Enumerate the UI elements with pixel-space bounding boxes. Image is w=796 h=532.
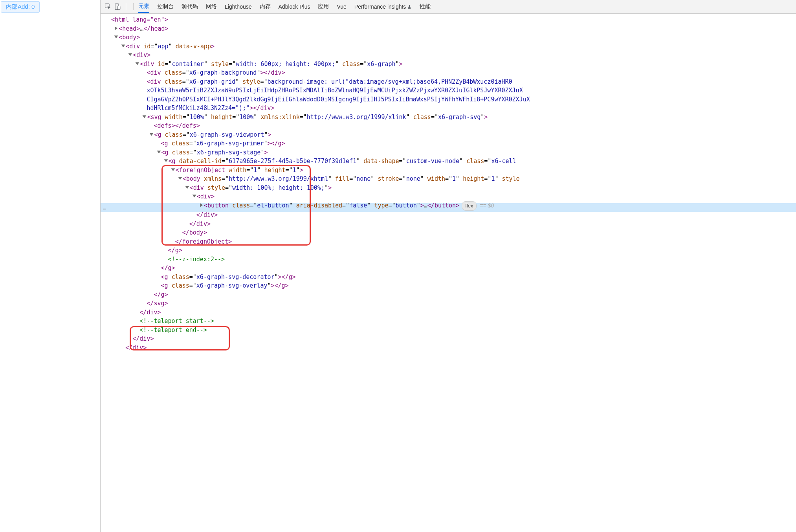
tab-application[interactable]: 应用 — [318, 1, 329, 13]
collapse-icon[interactable] — [185, 186, 189, 189]
dom-line[interactable]: <!--teleport end--> — [101, 326, 796, 335]
dom-line[interactable]: <body> — [101, 33, 796, 42]
dom-line[interactable]: <g class="x6-graph-svg-decorator"></g> — [101, 273, 796, 282]
toolbar-separator — [133, 3, 134, 10]
dom-line[interactable]: <div class="x6-graph-background"></div> — [101, 68, 796, 77]
expand-icon[interactable] — [200, 203, 203, 207]
dom-line[interactable]: </div> — [101, 334, 796, 343]
dom-line[interactable]: </div> — [101, 220, 796, 229]
dom-line[interactable]: <foreignObject width="1" height="1"> — [101, 166, 796, 175]
tab-console[interactable]: 控制台 — [157, 1, 174, 13]
toolbar-separator — [126, 3, 126, 10]
selected-line-gutter: … — [103, 203, 106, 212]
dom-line[interactable]: <html lang="en"> — [101, 15, 796, 24]
collapse-icon[interactable] — [121, 44, 125, 47]
dom-line[interactable]: <div id="container" style="width: 600px;… — [101, 60, 796, 69]
collapse-icon[interactable] — [143, 115, 147, 118]
collapse-icon[interactable] — [114, 36, 118, 39]
dom-line[interactable]: </div> — [101, 343, 796, 352]
dom-line[interactable]: <g class="x6-graph-svg-viewport"> — [101, 130, 796, 139]
inspect-icon[interactable] — [105, 3, 112, 10]
collapse-icon[interactable] — [150, 133, 154, 136]
page-preview-pane: 内部Add: 0 — [0, 0, 101, 532]
dom-line[interactable]: </div> — [101, 308, 796, 317]
dom-line[interactable]: <defs></defs> — [101, 121, 796, 130]
tab-performance[interactable]: 性能 — [420, 1, 431, 13]
dom-line[interactable]: </svg> — [101, 299, 796, 308]
dom-line[interactable]: <body xmlns="http://www.w3.org/1999/xhtm… — [101, 174, 796, 183]
tab-memory[interactable]: 内存 — [260, 1, 271, 13]
dom-line[interactable]: <div class="x6-graph-grid" style="backgr… — [101, 77, 796, 86]
devtools-panel: 元素 控制台 源代码 网络 Lighthouse 内存 Adblock Plus… — [101, 0, 796, 532]
dom-line[interactable]: <g class="x6-graph-svg-overlay"></g> — [101, 281, 796, 290]
dom-line[interactable]: <g class="x6-graph-svg-stage"> — [101, 148, 796, 157]
tab-elements[interactable]: 元素 — [138, 0, 149, 13]
dom-line[interactable]: <svg width="100%" height="100%" xmlns:xl… — [101, 113, 796, 122]
tab-lighthouse[interactable]: Lighthouse — [225, 1, 252, 12]
collapse-icon[interactable] — [171, 168, 175, 171]
dom-line[interactable]: </g> — [101, 264, 796, 273]
dom-line[interactable]: </g> — [101, 290, 796, 299]
devtools-toolbar: 元素 控制台 源代码 网络 Lighthouse 内存 Adblock Plus… — [101, 0, 796, 14]
devtools-tabs: 元素 控制台 源代码 网络 Lighthouse 内存 Adblock Plus… — [138, 0, 431, 13]
collapse-icon[interactable] — [128, 53, 132, 56]
collapse-icon[interactable] — [164, 160, 168, 162]
dom-tree[interactable]: … <html lang="en"> <head>…</head> <body>… — [101, 14, 796, 532]
dom-line[interactable]: <head>…</head> — [101, 24, 796, 33]
dom-line[interactable]: hdHRlcm5fMCkiLz48L3N2Zz4=");"></div> — [101, 104, 796, 113]
dom-line[interactable]: <button class="el-button" aria-disabled=… — [101, 201, 796, 211]
dom-line[interactable]: <g data-cell-id="617a965e-275f-4d5a-b5be… — [101, 157, 796, 166]
dom-line[interactable]: </body> — [101, 228, 796, 237]
dom-line[interactable]: <div id="app" data-v-app> — [101, 42, 796, 51]
dom-line[interactable]: </div> — [101, 211, 796, 220]
collapse-icon[interactable] — [178, 177, 182, 180]
svg-rect-2 — [118, 6, 120, 10]
dom-line[interactable]: xOTk5L3hsaW5rIiB2ZXJzaW9uPSIxLjEiIHdpZHR… — [101, 86, 796, 95]
expand-icon[interactable] — [115, 26, 117, 30]
dom-line[interactable]: <!--teleport start--> — [101, 317, 796, 326]
dom-line[interactable]: <div> — [101, 192, 796, 201]
dom-line[interactable]: <div style="width: 100%; height: 100%;"> — [101, 183, 796, 193]
dom-line[interactable]: </g> — [101, 246, 796, 255]
device-toggle-icon[interactable] — [114, 3, 121, 10]
dom-line[interactable]: <!--z-index:2--> — [101, 255, 796, 264]
tab-performance-insights[interactable]: Performance insights — [354, 1, 412, 12]
tab-sources[interactable]: 源代码 — [182, 1, 198, 13]
collapse-icon[interactable] — [157, 150, 161, 153]
dom-line[interactable]: <div> — [101, 51, 796, 60]
collapse-icon[interactable] — [136, 62, 139, 65]
tab-adblock[interactable]: Adblock Plus — [279, 1, 310, 12]
dom-line[interactable]: CIgaGVpZ2h0PSIxMCI+PHJlY3Qgd2lkdGg9IjEiI… — [101, 95, 796, 104]
dom-line[interactable]: <g class="x6-graph-svg-primer"></g> — [101, 139, 796, 148]
tab-vue[interactable]: Vue — [337, 1, 346, 12]
dom-line[interactable]: </foreignObject> — [101, 237, 796, 246]
internal-add-button[interactable]: 内部Add: 0 — [1, 1, 40, 13]
flex-badge[interactable]: flex — [462, 201, 477, 211]
collapse-icon[interactable] — [192, 195, 196, 198]
flask-icon — [407, 4, 412, 9]
tab-network[interactable]: 网络 — [206, 1, 217, 13]
